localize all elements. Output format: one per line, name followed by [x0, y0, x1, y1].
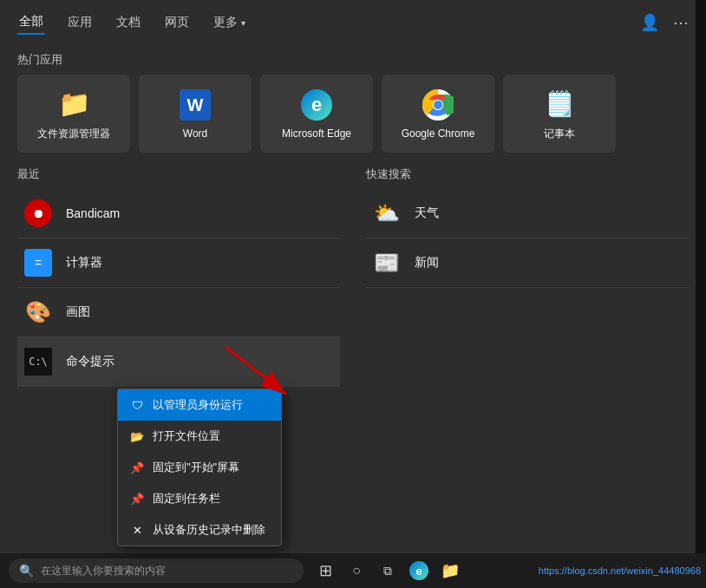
- recent-label: 最近: [17, 167, 340, 182]
- app-name-edge: Microsoft Edge: [282, 127, 351, 140]
- tab-more[interactable]: 更多: [212, 11, 247, 34]
- context-item-open-location[interactable]: 📂 打开文件位置: [118, 421, 281, 452]
- list-item-bandicam[interactable]: ⏺ Bandicam: [17, 189, 340, 238]
- nav-tabs: 全部 应用 文档 网页 更多 👤 ⋯: [0, 0, 706, 42]
- taskbar-search-icon[interactable]: ○: [343, 558, 369, 584]
- shield-icon: 🛡: [130, 398, 144, 412]
- svg-point-3: [434, 101, 442, 109]
- app-tile-edge[interactable]: e Microsoft Edge: [260, 75, 373, 153]
- bandicam-icon: ⏺: [23, 198, 54, 229]
- taskbar-search-placeholder: 在这里输入你要搜索的内容: [41, 564, 166, 578]
- two-col-section: 最近 ⏺ Bandicam = 计算器 🎨 画图: [0, 167, 706, 553]
- app-name-notepad: 记事本: [544, 127, 575, 141]
- quick-name-news: 新闻: [415, 255, 439, 271]
- taskbar-start-icon[interactable]: ⊞: [312, 558, 338, 584]
- chrome-icon: [421, 88, 455, 122]
- taskbar-system-icons: ⊞ ○ ⧉ e 📁: [312, 558, 463, 584]
- more-options-icon[interactable]: ⋯: [673, 13, 689, 32]
- taskbar-search[interactable]: 🔍 在这里输入你要搜索的内容: [9, 559, 304, 583]
- quick-item-news[interactable]: 📰 新闻: [366, 238, 689, 288]
- taskbar-url: https://blog.csdn.net/weixin_44480968: [539, 565, 701, 576]
- pin-taskbar-icon: 📌: [130, 492, 144, 506]
- list-item-paint[interactable]: 🎨 画图: [17, 288, 340, 337]
- svg-line-5: [226, 347, 286, 395]
- taskbar-right: https://blog.csdn.net/weixin_44480968: [539, 565, 706, 576]
- taskbar-edge-icon[interactable]: e: [406, 558, 432, 584]
- folder-icon: 📁: [56, 87, 91, 121]
- item-name-bandicam: Bandicam: [66, 206, 120, 220]
- context-item-pin-taskbar[interactable]: 📌 固定到任务栏: [118, 483, 281, 514]
- app-name-word: Word: [183, 127, 207, 140]
- quick-search-label: 快速搜索: [366, 167, 689, 182]
- pin-start-icon: 📌: [130, 461, 144, 474]
- arrow-indicator: [208, 338, 312, 408]
- context-label-pin-start: 固定到"开始"屏幕: [153, 460, 239, 475]
- taskbar: 🔍 在这里输入你要搜索的内容 ⊞ ○ ⧉ e 📁 https://blog.cs…: [0, 553, 706, 588]
- tab-apps[interactable]: 应用: [66, 11, 94, 34]
- word-icon: W: [178, 88, 212, 122]
- search-magnifier-icon: 🔍: [19, 564, 34, 578]
- item-name-paint: 画图: [66, 304, 90, 320]
- quick-name-weather: 天气: [415, 206, 439, 221]
- context-item-remove-history[interactable]: ✕ 从设备历史记录中删除: [118, 514, 281, 546]
- context-label-pin-taskbar: 固定到任务栏: [153, 491, 220, 506]
- app-tile-explorer[interactable]: 📁 文件资源管理器: [17, 75, 130, 153]
- right-edge-panel: [696, 0, 706, 553]
- news-icon: 📰: [371, 247, 402, 278]
- taskbar-explorer-icon[interactable]: 📁: [437, 558, 463, 584]
- app-name-explorer: 文件资源管理器: [37, 127, 110, 141]
- app-tile-word[interactable]: W Word: [139, 75, 252, 153]
- quick-search-section: 快速搜索 ⛅ 天气 📰 新闻: [366, 167, 689, 553]
- context-item-pin-start[interactable]: 📌 固定到"开始"屏幕: [118, 452, 281, 483]
- close-icon: ✕: [130, 523, 144, 537]
- context-label-open-location: 打开文件位置: [153, 428, 220, 444]
- paint-icon: 🎨: [23, 297, 54, 328]
- tab-web[interactable]: 网页: [163, 11, 191, 34]
- app-tile-notepad[interactable]: 🗒️ 记事本: [503, 75, 616, 153]
- folder-open-icon: 📂: [130, 429, 144, 443]
- context-label-remove-history: 从设备历史记录中删除: [153, 522, 265, 538]
- nav-right: 👤 ⋯: [640, 13, 689, 32]
- tab-all[interactable]: 全部: [17, 10, 45, 35]
- app-name-chrome: Google Chrome: [402, 127, 475, 140]
- quick-item-weather[interactable]: ⛅ 天气: [366, 189, 689, 238]
- cmd-icon: C:\: [23, 346, 54, 377]
- item-name-calculator: 计算器: [66, 255, 102, 271]
- context-menu: 🛡 以管理员身份运行 📂 打开文件位置 📌 固定到"开始"屏幕 📌 固定到任务栏…: [117, 389, 282, 546]
- app-tile-chrome[interactable]: Google Chrome: [382, 75, 494, 153]
- notepad-icon: 🗒️: [542, 87, 577, 121]
- item-name-cmd: 命令提示: [66, 354, 114, 369]
- taskbar-task-view-icon[interactable]: ⧉: [375, 558, 401, 584]
- weather-icon: ⛅: [371, 198, 402, 229]
- edge-icon: e: [299, 88, 334, 122]
- person-icon[interactable]: 👤: [640, 13, 659, 32]
- start-menu: 全部 应用 文档 网页 更多 👤 ⋯ 热门应用 📁 文件资源管理器 W Word…: [0, 0, 706, 553]
- hot-apps-label: 热门应用: [0, 42, 706, 75]
- hot-apps-grid: 📁 文件资源管理器 W Word e Microsoft Edge: [0, 75, 706, 167]
- list-item-calculator[interactable]: = 计算器: [17, 238, 340, 288]
- calculator-icon: =: [23, 247, 54, 278]
- tab-docs[interactable]: 文档: [114, 11, 142, 34]
